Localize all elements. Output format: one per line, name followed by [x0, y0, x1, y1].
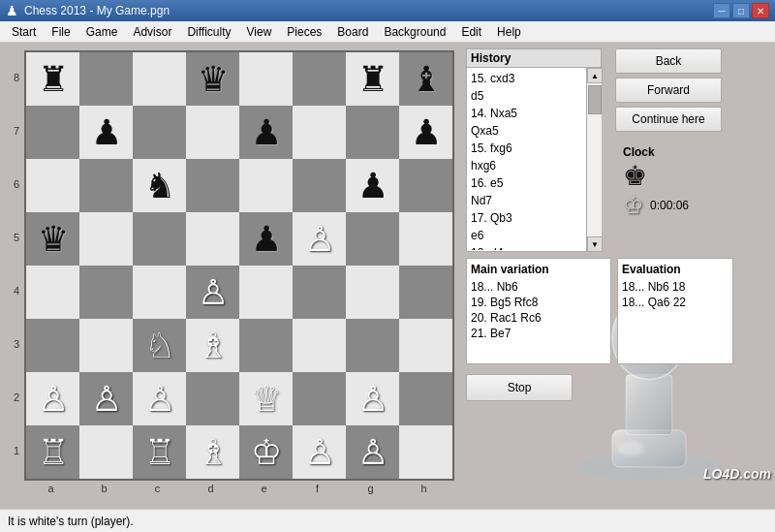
history-item-1[interactable]: d5: [471, 87, 597, 105]
close-button[interactable]: ✕: [752, 3, 769, 18]
cell-f2[interactable]: [293, 372, 346, 425]
cell-a4[interactable]: [26, 266, 79, 319]
history-item-9[interactable]: e6: [471, 227, 597, 244]
cell-h2[interactable]: [399, 372, 452, 425]
cell-b7[interactable]: ♟: [79, 106, 133, 159]
history-item-7[interactable]: Nd7: [471, 192, 597, 209]
chessboard[interactable]: ♜♛♜♝♟♟♟♞♟♛♟♙♙♘♗♙♙♙♕♙♖♖♗♔♙♙: [24, 50, 454, 481]
cell-a5[interactable]: ♛: [26, 212, 79, 266]
cell-e5[interactable]: ♟: [239, 212, 293, 266]
history-item-5[interactable]: hxg6: [471, 157, 597, 174]
menu-game[interactable]: Game: [78, 21, 126, 42]
menu-advisor[interactable]: Advisor: [125, 21, 179, 42]
cell-h3[interactable]: [399, 319, 452, 372]
cell-a1[interactable]: ♖: [26, 425, 79, 479]
cell-e1[interactable]: ♔: [239, 425, 293, 479]
cell-e4[interactable]: [239, 266, 293, 319]
menu-background[interactable]: Background: [376, 21, 453, 42]
cell-f4[interactable]: [293, 266, 346, 319]
cell-h5[interactable]: [399, 212, 452, 266]
cell-c4[interactable]: [133, 266, 186, 319]
cell-h6[interactable]: [399, 159, 452, 212]
cell-d1[interactable]: ♗: [186, 425, 239, 479]
history-item-8[interactable]: 17. Qb3: [471, 209, 597, 227]
cell-d6[interactable]: [186, 159, 239, 212]
cell-d5[interactable]: [186, 212, 239, 266]
cell-g8[interactable]: ♜: [346, 52, 399, 106]
menu-difficulty[interactable]: Difficulty: [179, 21, 238, 42]
cell-b8[interactable]: [79, 52, 133, 106]
cell-a6[interactable]: [26, 159, 79, 212]
menu-board[interactable]: Board: [329, 21, 376, 42]
cell-a2[interactable]: ♙: [26, 372, 79, 425]
menu-start[interactable]: Start: [4, 21, 44, 42]
cell-c8[interactable]: [133, 52, 186, 106]
cell-c1[interactable]: ♖: [133, 425, 186, 479]
back-button[interactable]: Back: [615, 48, 722, 74]
cell-h7[interactable]: ♟: [399, 106, 452, 159]
menu-view[interactable]: View: [239, 21, 280, 42]
cell-b2[interactable]: ♙: [79, 372, 133, 425]
scroll-down-button[interactable]: ▼: [587, 236, 603, 252]
cell-e6[interactable]: [239, 159, 293, 212]
cell-d3[interactable]: ♗: [186, 319, 239, 372]
cell-f5[interactable]: ♙: [293, 212, 346, 266]
cell-d2[interactable]: [186, 372, 239, 425]
menu-pieces[interactable]: Pieces: [279, 21, 329, 42]
cell-c2[interactable]: ♙: [133, 372, 186, 425]
cell-c6[interactable]: ♞: [133, 159, 186, 212]
cell-c5[interactable]: [133, 212, 186, 266]
cell-c3[interactable]: ♘: [133, 319, 186, 372]
menu-help[interactable]: Help: [489, 21, 529, 42]
cell-e7[interactable]: ♟: [239, 106, 293, 159]
cell-f7[interactable]: [293, 106, 346, 159]
continue-here-button[interactable]: Continue here: [615, 107, 722, 132]
cell-g5[interactable]: [346, 212, 399, 266]
cell-g7[interactable]: [346, 106, 399, 159]
cell-h4[interactable]: [399, 266, 452, 319]
cell-g4[interactable]: [346, 266, 399, 319]
cell-g6[interactable]: ♟: [346, 159, 399, 212]
cell-h8[interactable]: ♝: [399, 52, 452, 106]
stop-button[interactable]: Stop: [466, 374, 573, 401]
cell-a3[interactable]: [26, 319, 79, 372]
menu-file[interactable]: File: [44, 21, 78, 42]
history-item-10[interactable]: 18. d4: [471, 244, 597, 250]
cell-d4[interactable]: ♙: [186, 266, 239, 319]
cell-b3[interactable]: [79, 319, 133, 372]
cell-h1[interactable]: [399, 425, 452, 479]
cell-d7[interactable]: [186, 106, 239, 159]
history-item-4[interactable]: 15. fxg6: [471, 140, 597, 157]
cell-c7[interactable]: [133, 106, 186, 159]
cell-b1[interactable]: [79, 425, 133, 479]
cell-e2[interactable]: ♕: [239, 372, 293, 425]
scroll-up-button[interactable]: ▲: [587, 68, 603, 83]
cell-b4[interactable]: [79, 266, 133, 319]
menu-edit[interactable]: Edit: [453, 21, 489, 42]
cell-b5[interactable]: [79, 212, 133, 266]
history-scrollbar[interactable]: ▲ ▼: [586, 68, 602, 252]
history-item-0[interactable]: 15. cxd3: [471, 70, 597, 87]
cell-b6[interactable]: [79, 159, 133, 212]
maximize-button[interactable]: □: [732, 3, 750, 18]
cell-g1[interactable]: ♙: [346, 425, 399, 479]
history-content[interactable]: 15. cxd3d514. Nxa5Qxa515. fxg6hxg616. e5…: [467, 68, 601, 250]
cell-g2[interactable]: ♙: [346, 372, 399, 425]
cell-a8[interactable]: ♜: [26, 52, 79, 106]
cell-e3[interactable]: [239, 319, 293, 372]
history-item-2[interactable]: 14. Nxa5: [471, 105, 597, 122]
history-item-6[interactable]: 16. e5: [471, 174, 597, 192]
history-item-3[interactable]: Qxa5: [471, 122, 597, 140]
cell-g3[interactable]: [346, 319, 399, 372]
cell-d8[interactable]: ♛: [186, 52, 239, 106]
scroll-thumb[interactable]: [588, 85, 602, 114]
cell-f1[interactable]: ♙: [293, 425, 346, 479]
cell-f3[interactable]: [293, 319, 346, 372]
cell-a7[interactable]: [26, 106, 79, 159]
minimize-button[interactable]: ─: [713, 3, 730, 18]
cell-f6[interactable]: [293, 159, 346, 212]
cell-e8[interactable]: [239, 52, 293, 106]
cell-f8[interactable]: [293, 52, 346, 106]
history-box[interactable]: History 15. cxd3d514. Nxa5Qxa515. fxg6hx…: [466, 48, 602, 252]
forward-button[interactable]: Forward: [615, 78, 722, 103]
